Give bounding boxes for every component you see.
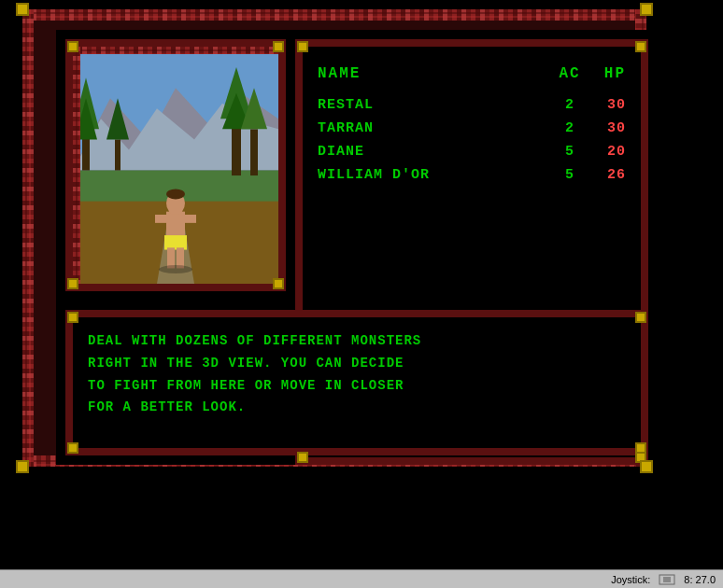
status-bar: Joystick: 8: 27.0 — [0, 569, 723, 588]
bottom-section: DEAL WITH DOZENS OF DIFFERENT MONSTERS R… — [56, 301, 658, 465]
view-corner-tr — [273, 41, 284, 52]
char-row-3: WILLIAM D'OR 5 26 — [318, 167, 626, 183]
corner-tr-outer — [640, 3, 653, 16]
svg-rect-39 — [155, 215, 166, 223]
svg-rect-41 — [167, 247, 175, 268]
stats-panel: NAME AC HP RESTAL 2 30 TARRAN 2 — [295, 30, 658, 301]
position-indicator: 8: 27.0 — [684, 574, 716, 585]
svg-rect-14 — [22, 9, 34, 467]
view-frame — [65, 39, 286, 291]
svg-rect-46 — [663, 577, 671, 582]
char-hp-2: 20 — [588, 144, 626, 160]
joystick-label: Joystick: — [611, 574, 650, 585]
char-ac-1: 2 — [551, 120, 588, 136]
desc-line-2: RIGHT IN THE 3D VIEW. YOU CAN DECIDE — [88, 353, 626, 375]
svg-rect-12 — [22, 9, 646, 21]
char-ac-0: 2 — [551, 97, 588, 113]
stats-header: NAME AC HP — [318, 65, 626, 82]
corner-br-outer — [640, 460, 653, 473]
char-name-1: TARRAN — [318, 120, 551, 136]
game-content: NAME AC HP RESTAL 2 30 TARRAN 2 — [56, 30, 658, 465]
char-ac-2: 5 — [551, 144, 588, 160]
desc-line-1: DEAL WITH DOZENS OF DIFFERENT MONSTERS — [88, 330, 626, 353]
char-name-2: DIANE — [318, 144, 551, 160]
char-hp-1: 30 — [588, 120, 626, 136]
col-hp-header: HP — [588, 65, 626, 82]
text-corner-bl — [67, 442, 78, 454]
char-name-0: RESTAL — [318, 97, 551, 113]
char-hp-3: 26 — [588, 167, 626, 183]
view-corner-br — [273, 278, 284, 289]
col-ac-header: AC — [551, 65, 588, 82]
char-row-2: DIANE 5 20 — [318, 144, 626, 160]
svg-rect-40 — [185, 215, 196, 223]
outer-frame: NAME AC HP RESTAL 2 30 TARRAN 2 — [22, 9, 646, 467]
char-row-0: RESTAL 2 30 — [318, 97, 626, 113]
svg-rect-28 — [115, 139, 120, 170]
scene-panel — [56, 30, 295, 301]
svg-rect-37 — [164, 235, 187, 249]
svg-point-43 — [166, 189, 185, 199]
view-corner-bl — [67, 278, 78, 289]
stats-corner-tl — [297, 41, 308, 52]
desc-line-3: TO FIGHT FROM HERE OR MOVE IN CLOSER — [88, 375, 626, 398]
desc-line-4: FOR A BETTER LOOK. — [88, 397, 626, 419]
stats-corner-bl — [297, 452, 308, 463]
text-frame: DEAL WITH DOZENS OF DIFFERENT MONSTERS R… — [65, 310, 648, 455]
view-corner-tl — [67, 41, 78, 52]
top-row: NAME AC HP RESTAL 2 30 TARRAN 2 — [56, 30, 658, 301]
corner-tl-outer — [16, 3, 29, 16]
scene-view — [73, 47, 278, 284]
char-hp-0: 30 — [588, 97, 626, 113]
corner-bl-outer — [16, 460, 29, 473]
text-corner-br — [635, 442, 646, 454]
svg-rect-33 — [250, 129, 258, 175]
svg-point-44 — [159, 265, 192, 273]
joystick-icon — [658, 573, 676, 586]
stats-corner-tr — [635, 41, 646, 52]
char-name-3: WILLIAM D'OR — [318, 167, 551, 183]
emulator-area: NAME AC HP RESTAL 2 30 TARRAN 2 — [0, 0, 723, 551]
description-text: DEAL WITH DOZENS OF DIFFERENT MONSTERS R… — [88, 330, 626, 419]
char-ac-3: 5 — [551, 167, 588, 183]
col-name-header: NAME — [318, 65, 551, 82]
text-corner-tr — [635, 312, 646, 323]
text-corner-tl — [67, 312, 78, 323]
char-row-1: TARRAN 2 30 — [318, 120, 626, 136]
svg-rect-42 — [177, 247, 184, 268]
